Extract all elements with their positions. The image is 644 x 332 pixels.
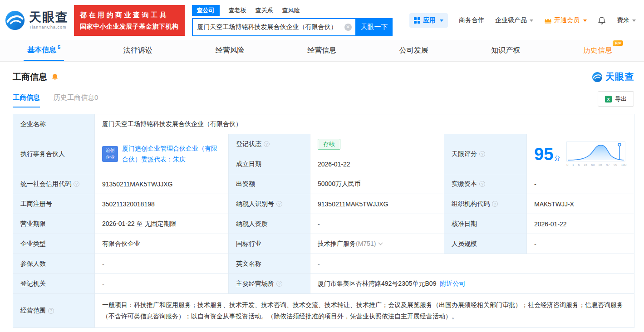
- tab-company-development[interactable]: 公司发展: [396, 40, 432, 61]
- approval-date-label: 核准日期: [444, 214, 527, 234]
- search-button[interactable]: 天眼一下: [356, 18, 393, 36]
- tab-operation-risk[interactable]: 经营风险: [211, 40, 248, 61]
- business-cooperation-link[interactable]: 商务合作: [459, 16, 484, 24]
- company-type-label: 企业类型: [13, 234, 95, 254]
- search-tab-risk[interactable]: 查风险: [282, 5, 300, 16]
- partner-company-link[interactable]: 厦门追创企业管理合伙企业（有限合伙）委派代表：朱庆: [122, 143, 221, 164]
- chevron-down-icon: [530, 20, 533, 22]
- excel-icon: [605, 96, 612, 103]
- staff-size-label: 人员规模: [444, 234, 527, 254]
- help-icon[interactable]: [492, 201, 498, 207]
- insured-count-label: 参保人数: [13, 254, 95, 274]
- help-icon[interactable]: [479, 181, 485, 187]
- tianyan-score-value: 95分: [527, 134, 634, 174]
- tab-legal-litigation[interactable]: 法律诉讼: [120, 40, 156, 61]
- main-content: 工商信息 天眼查 工商信息 历史工商信息0 导出: [0, 71, 644, 328]
- tianyan-score-label: 天眼评分: [444, 134, 527, 174]
- export-label: 导出: [615, 95, 627, 103]
- tab-company-development-label: 公司发展: [399, 46, 428, 55]
- table-row: 参保人数 - 英文名称 -: [13, 254, 634, 274]
- table-row: 营业期限 2026-01-22 至 无固定期限 纳税人资质 - 核准日期 202…: [13, 214, 634, 234]
- tianyancha-watermark-icon: [592, 72, 603, 83]
- premises-label: 主要经营场所: [229, 274, 310, 294]
- business-info-table: 企业名称 厦门天空工场博铭科技发展合伙企业（有限合伙） 执行事务合伙人 追创 企…: [13, 114, 634, 328]
- search-tab-company[interactable]: 查公司: [192, 5, 220, 16]
- score-number: 95分: [534, 146, 560, 163]
- apps-menu[interactable]: 应用: [409, 13, 448, 28]
- business-cooperation-label: 商务合作: [459, 16, 484, 24]
- help-icon[interactable]: [264, 141, 270, 147]
- logo-domain: TianYanCha.com: [29, 25, 69, 30]
- chevron-down-icon: [440, 20, 443, 22]
- apps-label: 应用: [423, 16, 436, 24]
- tab-intellectual-property-label: 知识产权: [491, 46, 520, 55]
- industry-label: 国标行业: [229, 234, 310, 254]
- tab-operation-risk-label: 经营风险: [215, 46, 244, 55]
- open-vip-menu[interactable]: 开通会员: [544, 16, 587, 24]
- score-curve-chart[interactable]: 0151550859799100: [566, 142, 626, 166]
- notification-bell[interactable]: [598, 16, 606, 25]
- premises-value: 厦门市集美区杏林湾路492号2305单元B09 附近公司: [310, 274, 634, 294]
- table-row: 执行事务合伙人 追创 企业 厦门追创企业管理合伙企业（有限合伙）委派代表：朱庆 …: [13, 134, 634, 154]
- search-tab-relation[interactable]: 查关系: [256, 5, 273, 16]
- crown-icon: [544, 18, 552, 24]
- search-input-wrap: ✕: [192, 18, 356, 36]
- table-row: 登记机关 - 主要经营场所 厦门市集美区杏林湾路492号2305单元B09 附近…: [13, 274, 634, 294]
- clear-search-icon[interactable]: ✕: [344, 24, 352, 31]
- logo-text: 天眼查: [29, 11, 69, 24]
- capital-value: 50000万人民币: [310, 174, 444, 194]
- tab-basic-info[interactable]: 基本信息 5: [24, 40, 64, 61]
- help-icon[interactable]: [276, 201, 282, 207]
- help-icon[interactable]: [276, 281, 282, 287]
- top-bar: 天眼查 TianYanCha.com 都在用的商业查询工具 国家中小企业发展子基…: [0, 0, 644, 40]
- tab-history-info[interactable]: 历史信息 VIP: [580, 40, 616, 61]
- registration-number-label: 工商注册号: [13, 194, 95, 214]
- subscribe-bell-icon[interactable]: [51, 73, 59, 81]
- table-row: 统一社会信用代码 91350211MAK5TWJJXG 出资额 50000万人民…: [13, 174, 634, 194]
- tab-operation-info-label: 经营信息: [307, 46, 336, 55]
- tab-intellectual-property[interactable]: 知识产权: [487, 40, 524, 61]
- establish-date-label: 成立日期: [229, 154, 310, 174]
- table-row: 企业类型 有限合伙企业 国标行业 技术推广服务(M751) 人员规模 -: [13, 234, 634, 254]
- credit-code-label: 统一社会信用代码: [13, 174, 95, 194]
- sub-tab-business-info[interactable]: 工商信息: [13, 93, 40, 107]
- staff-size-value: -: [527, 234, 634, 254]
- establish-date-value: 2026-01-22: [310, 154, 444, 174]
- help-icon[interactable]: [74, 181, 79, 187]
- tab-history-info-label: 历史信息: [583, 46, 612, 55]
- enterprise-product-menu[interactable]: 企业级产品: [495, 16, 533, 24]
- promo-line1: 都在用的商业查询工具: [80, 9, 179, 21]
- sub-tab-history-business-info[interactable]: 历史工商信息0: [54, 93, 98, 107]
- registry-authority-label: 登记机关: [13, 274, 95, 294]
- section-header: 工商信息 天眼查: [13, 71, 634, 83]
- top-bar-right: 应用 商务合作 企业级产品 开通会员 费米: [409, 13, 639, 28]
- promo-banner: 都在用的商业查询工具 国家中小企业发展子基金旗下机构: [74, 5, 185, 36]
- user-name: 费米: [617, 16, 629, 24]
- help-icon[interactable]: [479, 151, 485, 157]
- promo-line2: 国家中小企业发展子基金旗下机构: [80, 21, 179, 32]
- org-code-label: 组织机构代码: [444, 194, 527, 214]
- business-term-label: 营业期限: [13, 214, 95, 234]
- status-badge: 存续: [318, 139, 340, 150]
- expand-chevron-icon[interactable]: [379, 240, 383, 245]
- tab-operation-info[interactable]: 经营信息: [304, 40, 340, 61]
- insured-count-value: -: [95, 254, 229, 274]
- business-term-value: 2026-01-22 至 无固定期限: [95, 214, 229, 234]
- search-tab-boss[interactable]: 查老板: [229, 5, 246, 16]
- english-name-label: 英文名称: [229, 254, 310, 274]
- sub-tabs-row: 工商信息 历史工商信息0 导出: [13, 91, 634, 107]
- export-button[interactable]: 导出: [598, 91, 634, 107]
- user-menu[interactable]: 费米: [617, 16, 636, 24]
- chevron-down-icon: [632, 20, 636, 22]
- apps-grid-icon: [414, 17, 420, 24]
- taxpayer-qualification-label: 纳税人资质: [229, 214, 310, 234]
- nearby-companies-link[interactable]: 附近公司: [440, 280, 465, 287]
- help-icon[interactable]: [48, 308, 54, 314]
- paid-in-capital-value: -: [527, 174, 634, 194]
- search-tabs: 查公司 查老板 查关系 查风险: [192, 5, 393, 16]
- search-input[interactable]: [197, 24, 344, 31]
- tianyancha-logo[interactable]: 天眼查 TianYanCha.com: [5, 10, 69, 31]
- partner-logo-badge[interactable]: 追创 企业: [102, 146, 118, 162]
- tianyancha-logo-icon: [5, 10, 25, 31]
- open-vip-label: 开通会员: [554, 16, 580, 24]
